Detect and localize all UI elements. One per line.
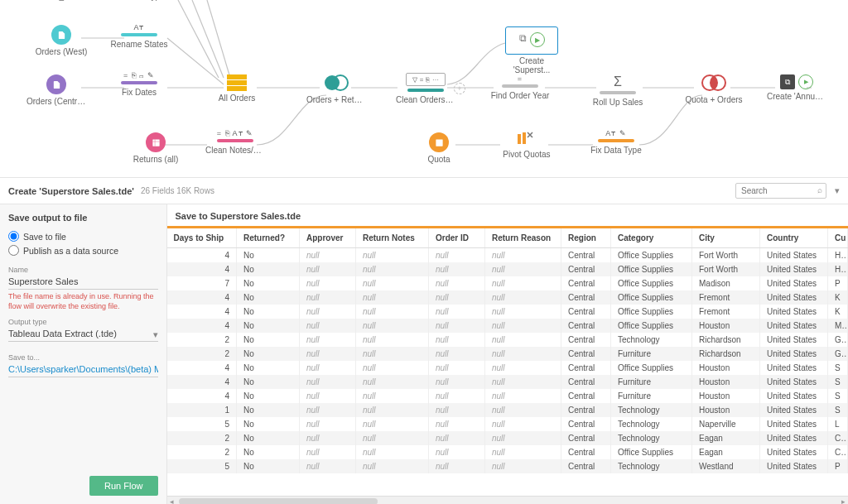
sigma-icon: Σ: [588, 74, 648, 89]
col-header[interactable]: Order ID: [429, 228, 485, 248]
col-header[interactable]: Category: [611, 228, 692, 248]
add-step-button[interactable]: +: [454, 83, 465, 94]
node-create-superstore-label: Create 'Superst...: [500, 56, 563, 74]
svg-point-24: [711, 76, 717, 89]
table-row[interactable]: 4NonullnullnullnullCentralFurnitureHoust…: [167, 389, 848, 403]
join-icon: [323, 74, 349, 93]
header-meta: 26 Fields 16K Rows: [141, 186, 214, 195]
node-quota-orders[interactable]: Quota + Orders: [684, 74, 744, 104]
union-icon: [227, 74, 247, 91]
col-header[interactable]: City: [692, 228, 760, 248]
node-roll-up-sales[interactable]: ΣRoll Up Sales: [588, 74, 648, 107]
play-icon[interactable]: ▶: [530, 32, 545, 47]
join-icon: [701, 74, 727, 93]
save-output-heading: Save output to file: [8, 213, 158, 223]
extract-icon: ⧉: [780, 74, 795, 89]
scroll-left-icon[interactable]: ◂: [167, 497, 177, 504]
run-flow-button[interactable]: Run Flow: [89, 476, 157, 496]
datasource-icon: [146, 132, 166, 152]
radio-save-to-file[interactable]: Save to file: [8, 231, 158, 242]
horizontal-scrollbar[interactable]: ◂ ▸: [167, 496, 849, 504]
table-row[interactable]: 4NonullnullnullnullCentralOffice Supplie…: [167, 290, 848, 305]
table-row[interactable]: 5NonullnullnullnullCentralTechnologyWest…: [167, 459, 848, 473]
node-create-annual[interactable]: ⧉▶ Create 'Annual ...: [767, 74, 826, 101]
col-header[interactable]: Returned?: [237, 228, 300, 248]
node-find-order-year[interactable]: =Find Order Year: [490, 74, 550, 100]
svg-rect-17: [227, 74, 247, 79]
datasource-icon: [429, 132, 449, 152]
node-orders-returns[interactable]: Orders + Returns: [306, 74, 366, 104]
header-title: Create 'Superstore Sales.tde': [8, 186, 134, 196]
preview-table[interactable]: Days to ShipReturned?ApproverReturn Note…: [167, 228, 849, 473]
scroll-right-icon[interactable]: ▸: [838, 497, 848, 504]
node-quota[interactable]: Quota: [409, 132, 469, 164]
node-fix-dates[interactable]: = ⎘ ▭ ✎Fix Dates: [109, 71, 169, 97]
svg-line-4: [207, 0, 230, 78]
table-row[interactable]: 1NonullnullnullnullCentralTechnologyHous…: [167, 403, 848, 417]
svg-line-6: [178, 0, 219, 78]
flow-canvas[interactable]: Orders_East Fix Data Type ⧉ ▶ Create 'Su…: [0, 0, 848, 178]
table-row[interactable]: 5NonullnullnullnullCentralTechnologyNape…: [167, 417, 848, 431]
svg-rect-25: [152, 139, 159, 146]
node-clean-orders[interactable]: ▽=⎘⋯ Clean Orders + ...: [396, 73, 455, 104]
node-pivot-quotas[interactable]: Pivot Quotas: [497, 131, 556, 159]
svg-rect-28: [436, 139, 442, 146]
node-clean-notes[interactable]: = ⎘ Aᴛ ✎Clean Notes/Ap...: [205, 129, 265, 155]
node-orders-central[interactable]: Orders (Central): [26, 74, 86, 106]
preview-title: Save to Superstore Sales.tde: [167, 204, 849, 226]
table-row[interactable]: 4NonullnullnullnullCentralOffice Supplie…: [167, 248, 848, 263]
panel-menu-caret[interactable]: ▾: [835, 185, 840, 196]
node-orders-east[interactable]: Orders_East: [27, 0, 87, 1]
table-row[interactable]: 2NonullnullnullnullCentralOffice Supplie…: [167, 445, 848, 459]
name-label: Name: [8, 266, 158, 274]
table-row[interactable]: 7NonullnullnullnullCentralOffice Supplie…: [167, 276, 848, 290]
table-row[interactable]: 4NonullnullnullnullCentralOffice Supplie…: [167, 262, 848, 276]
pivot-icon: [516, 131, 537, 147]
table-row[interactable]: 4NonullnullnullnullCentralOffice Supplie…: [167, 361, 848, 375]
extract-icon: ⧉: [519, 32, 527, 47]
table-row[interactable]: 4NonullnullnullnullCentralOffice Supplie…: [167, 319, 848, 333]
col-header[interactable]: Days to Ship: [167, 228, 237, 248]
svg-line-5: [192, 0, 224, 78]
node-create-superstore[interactable]: ⧉ ▶: [505, 26, 558, 55]
table-row[interactable]: 4NonullnullnullnullCentralFurnitureHoust…: [167, 375, 848, 389]
saveto-label: Save to...: [8, 353, 158, 362]
col-header[interactable]: Return Reason: [485, 228, 561, 248]
table-row[interactable]: 2NonullnullnullnullCentralFurnitureRicha…: [167, 347, 848, 361]
output-type-select[interactable]: [8, 326, 158, 342]
svg-rect-29: [518, 134, 521, 144]
saveto-path[interactable]: [8, 362, 158, 377]
scrollbar-thumb[interactable]: [179, 498, 378, 504]
clean-step-box: ▽=⎘⋯: [406, 73, 446, 86]
caret-down-icon[interactable]: ▾: [153, 329, 158, 340]
search-box[interactable]: ⌕: [735, 183, 826, 199]
table-row[interactable]: 2NonullnullnullnullCentralTechnologyEaga…: [167, 431, 848, 445]
radio-publish[interactable]: Publish as a data source: [8, 245, 158, 256]
col-header[interactable]: Country: [760, 228, 828, 248]
col-header[interactable]: Region: [561, 228, 611, 248]
svg-rect-19: [227, 86, 247, 91]
node-rename-states[interactable]: AᴛRename States: [109, 23, 169, 49]
col-header[interactable]: Approver: [300, 228, 356, 248]
name-input[interactable]: [8, 274, 158, 290]
svg-rect-30: [523, 132, 526, 144]
col-header[interactable]: Return Notes: [356, 228, 429, 248]
output-type-label: Output type: [8, 318, 158, 326]
node-fix-data-type[interactable]: Fix Data Type: [109, 0, 169, 1]
header-bar: Create 'Superstore Sales.tde' 26 Fields …: [0, 178, 848, 204]
table-row[interactable]: 2NonullnullnullnullCentralTechnologyRich…: [167, 333, 848, 347]
node-all-orders[interactable]: All Orders: [207, 74, 267, 103]
play-icon[interactable]: ▶: [798, 74, 813, 89]
node-returns-all[interactable]: Returns (all): [126, 132, 186, 164]
preview-panel: Save to Superstore Sales.tde Days to Shi…: [166, 204, 849, 504]
col-header[interactable]: Cu: [828, 228, 848, 248]
output-config-panel: Save output to file Save to file Publish…: [0, 204, 166, 504]
search-input[interactable]: [735, 183, 826, 199]
datasource-icon: [51, 25, 71, 45]
table-row[interactable]: 4NonullnullnullnullCentralOffice Supplie…: [167, 305, 848, 319]
search-icon: ⌕: [817, 185, 822, 194]
node-orders-west[interactable]: Orders (West): [31, 25, 91, 56]
filename-warning: The file name is already in use. Running…: [8, 292, 158, 311]
node-fix-data-type2[interactable]: Aᴛ ✎Fix Data Type: [586, 129, 646, 155]
svg-rect-18: [227, 80, 247, 85]
